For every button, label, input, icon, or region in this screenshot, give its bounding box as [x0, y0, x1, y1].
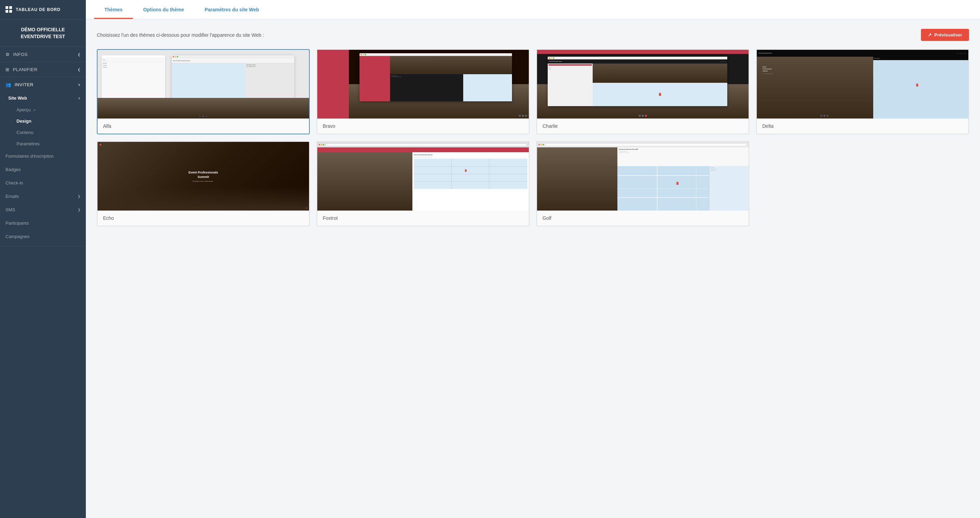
sidebar-item-checkin[interactable]: Check-in	[0, 176, 86, 190]
design-label: Design	[16, 118, 31, 124]
grid-icon	[5, 6, 12, 13]
content-description: Choisissez l'un des thèmes ci-dessous po…	[97, 32, 264, 38]
tab-parametres[interactable]: Paramètres du site Web	[194, 0, 269, 19]
theme-card-golf[interactable]: Show Arenas Polaris Bruz | Route 1990 Ev…	[536, 141, 749, 226]
sidebar-item-label: INVITER	[15, 82, 33, 87]
theme-preview-echo: Event ProfessionalsSummit The largest ev…	[97, 142, 309, 210]
site-web-children: Aperçu ↗ Design Contenu Paramètres	[0, 104, 86, 150]
apercu-label: Aperçu	[16, 107, 30, 112]
sidebar-item-campagnes[interactable]: Campagnes	[0, 230, 86, 243]
campagnes-label: Campagnes	[5, 234, 30, 239]
tab-options[interactable]: Options du thème	[133, 0, 194, 19]
arrow-right-icon: ❯	[78, 194, 80, 198]
sidebar: TABLEAU DE BORD DÉMO OFFICIELLE EVENTDRI…	[0, 0, 86, 518]
theme-preview-alfa: Event Professionals Summit Show Arenas P…	[97, 50, 309, 118]
external-link-icon: ↗	[33, 108, 36, 112]
theme-card-echo-label: Echo	[97, 210, 309, 226]
theme-card-alfa-label: Alfa	[97, 118, 309, 134]
formulaires-label: Formulaires d'inscription	[5, 153, 54, 159]
theme-card-foxtrot[interactable]: Event Professionals Summit Arenas Polari…	[317, 141, 530, 226]
org-name: DÉMO OFFICIELLE EVENTDRIVE TEST	[0, 19, 86, 47]
sms-label: SMS	[5, 207, 15, 212]
sidebar-item-sms[interactable]: SMS ❯	[0, 203, 86, 217]
theme-card-echo[interactable]: Event ProfessionalsSummit The largest ev…	[97, 141, 310, 226]
theme-card-bravo[interactable]: Show Arenas Polaris The largest event in…	[317, 49, 530, 134]
theme-card-foxtrot-label: Foxtrot	[317, 210, 529, 226]
participants-label: Participants	[5, 220, 29, 226]
emails-label: Emails	[5, 194, 19, 199]
theme-preview-bravo: Show Arenas Polaris The largest event in…	[317, 50, 529, 118]
theme-preview-delta: Event Professionals Summit HomeAboutRegV…	[757, 50, 968, 118]
chevron-icon: ❮	[78, 68, 81, 72]
theme-card-delta-label: Delta	[757, 118, 968, 134]
sidebar-section-planifier: ⊞ PLANIFIER ❮	[0, 62, 86, 77]
theme-preview-charlie: Event Professionals Summit HomeAboutReg …	[537, 50, 749, 118]
sidebar-item-inviter[interactable]: 👥 INVITER ∨	[0, 77, 86, 92]
theme-card-golf-label: Golf	[537, 210, 749, 226]
sidebar-title: TABLEAU DE BORD	[16, 7, 60, 12]
theme-card-charlie-label: Charlie	[537, 118, 749, 134]
sidebar-item-parametres-web[interactable]: Paramètres	[0, 138, 86, 150]
theme-grid-row1: Event Professionals Summit Show Arenas P…	[97, 49, 969, 134]
theme-card-delta[interactable]: Event Professionals Summit HomeAboutRegV…	[756, 49, 969, 134]
sidebar-item-infos[interactable]: ⚙ INFOS ❮	[0, 47, 86, 62]
site-web-label: Site Web	[8, 96, 27, 100]
main-area: Thèmes Options du thème Paramètres du si…	[86, 0, 980, 518]
sidebar-item-design[interactable]: Design	[0, 115, 86, 127]
checkin-label: Check-in	[5, 180, 23, 185]
puzzle-icon: ⊞	[5, 67, 10, 72]
sidebar-section-infos: ⚙ INFOS ❮	[0, 47, 86, 62]
theme-grid-row2: Event ProfessionalsSummit The largest ev…	[97, 141, 969, 226]
sidebar-item-label: PLANIFIER	[13, 67, 38, 72]
theme-preview-foxtrot: Event Professionals Summit Arenas Polari…	[317, 142, 529, 210]
sidebar-item-contenu[interactable]: Contenu	[0, 127, 86, 138]
users-icon: 👥	[5, 82, 11, 87]
theme-card-alfa[interactable]: Event Professionals Summit Show Arenas P…	[97, 49, 310, 134]
tabs-bar: Thèmes Options du thème Paramètres du si…	[86, 0, 980, 19]
theme-preview-golf: Show Arenas Polaris Bruz | Route 1990 Ev…	[537, 142, 749, 210]
chevron-down-icon: ∨	[78, 96, 80, 100]
content-toolbar: Choisissez l'un des thèmes ci-dessous po…	[97, 29, 969, 41]
arrow-right-icon: ❯	[78, 208, 80, 212]
external-link-icon: ↗	[928, 32, 932, 37]
sidebar-item-badges[interactable]: Badges	[0, 163, 86, 176]
sidebar-header: TABLEAU DE BORD	[0, 0, 86, 19]
sidebar-section-inviter: 👥 INVITER ∨ Site Web ∨ Aperçu ↗ Design C…	[0, 77, 86, 246]
sidebar-item-emails[interactable]: Emails ❯	[0, 190, 86, 203]
sidebar-item-participants[interactable]: Participants	[0, 217, 86, 230]
badges-label: Badges	[5, 167, 21, 172]
sidebar-item-formulaires[interactable]: Formulaires d'inscription	[0, 150, 86, 163]
sidebar-item-site-web[interactable]: Site Web ∨	[0, 92, 86, 104]
theme-card-charlie[interactable]: Event Professionals Summit HomeAboutReg …	[536, 49, 749, 134]
sidebar-item-label: INFOS	[13, 52, 28, 57]
chevron-icon: ❮	[78, 53, 81, 56]
inviter-sub-section: Site Web ∨ Aperçu ↗ Design Contenu Param…	[0, 92, 86, 246]
chevron-down-icon: ∨	[78, 83, 81, 86]
gear-icon: ⚙	[5, 52, 10, 57]
theme-card-bravo-label: Bravo	[317, 118, 529, 134]
content-area: Choisissez l'un des thèmes ci-dessous po…	[86, 19, 980, 518]
preview-button[interactable]: ↗ Prévisualiser	[921, 29, 969, 41]
sidebar-item-planifier[interactable]: ⊞ PLANIFIER ❮	[0, 62, 86, 77]
parametres-label: Paramètres	[16, 141, 40, 146]
sidebar-item-apercu[interactable]: Aperçu ↗	[0, 104, 86, 115]
tab-themes[interactable]: Thèmes	[94, 0, 133, 19]
contenu-label: Contenu	[16, 130, 33, 135]
